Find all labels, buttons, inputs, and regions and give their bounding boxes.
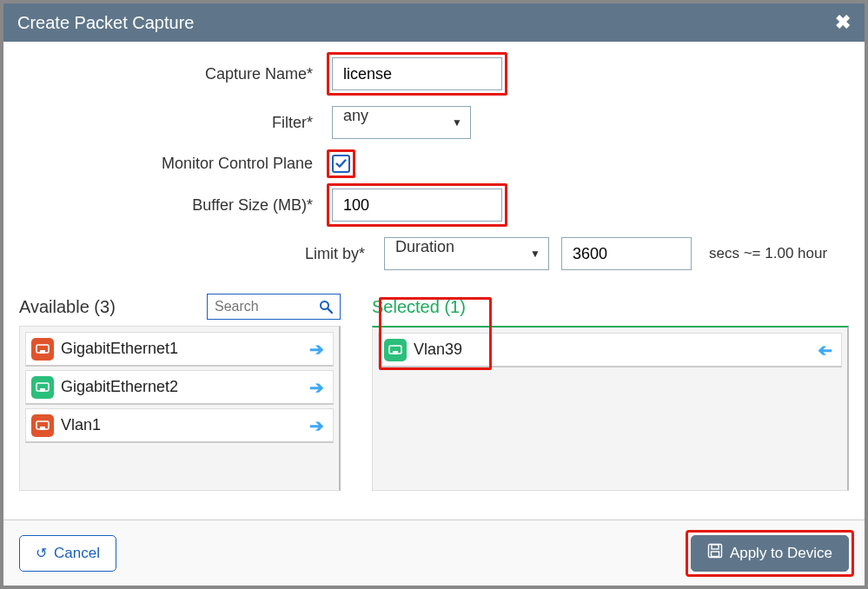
undo-icon: ↺ [36,545,47,561]
available-item[interactable]: Vlan1 ➔ [25,408,334,443]
filter-select[interactable]: any [332,106,471,139]
selected-title: Selected (1) [372,297,466,317]
available-item[interactable]: GigabitEthernet1 ➔ [25,332,334,367]
modal-body: Capture Name* Filter* any ▼ [3,42,865,520]
ethernet-port-icon [31,338,54,361]
row-filter: Filter* any ▼ [19,106,849,139]
limit-by-select[interactable]: Duration [384,237,549,270]
cancel-label: Cancel [54,545,100,562]
interface-name: GigabitEthernet2 [61,378,178,396]
row-monitor-control-plane: Monitor Control Plane [19,155,849,173]
interface-name: Vlan1 [61,416,101,434]
svg-line-1 [328,308,332,313]
modal-title: Create Packet Capture [17,13,194,33]
selected-item[interactable]: Vlan39 ➔ [378,333,842,367]
selected-column: Selected (1) Vlan39 ➔ [372,291,849,491]
label-limit-by: Limit by* [19,245,384,263]
label-buffer-size: Buffer Size (MB)* [19,196,332,215]
ethernet-port-icon [31,376,54,399]
limit-by-value-input[interactable] [561,237,692,270]
svg-rect-10 [708,545,721,558]
available-list: GigabitEthernet1 ➔ GigabitEthernet2 [19,326,341,491]
svg-rect-11 [712,545,719,549]
row-buffer-size: Buffer Size (MB)* [19,189,849,222]
svg-rect-3 [40,350,45,354]
save-icon [707,543,723,563]
ethernet-port-icon [384,339,407,361]
interface-name: Vlan39 [414,341,462,359]
svg-rect-12 [711,552,719,557]
search-icon[interactable] [312,300,340,314]
interface-dual-list: Available (3) [19,291,849,491]
interface-name: GigabitEthernet1 [61,340,178,358]
selected-list: Vlan39 ➔ [372,326,849,491]
label-filter: Filter* [19,114,332,132]
available-search[interactable] [207,294,341,320]
modal-footer: ↺ Cancel Apply to Device [3,520,865,586]
row-capture-name: Capture Name* [19,57,849,90]
label-monitor-control-plane: Monitor Control Plane [19,155,332,173]
close-icon[interactable]: ✖ [835,11,851,34]
move-left-icon[interactable]: ➔ [818,340,832,361]
search-input[interactable] [208,299,312,314]
available-column: Available (3) [19,291,341,491]
move-right-icon[interactable]: ➔ [309,415,324,436]
svg-rect-9 [393,351,398,354]
buffer-size-input[interactable] [332,189,502,222]
cancel-button[interactable]: ↺ Cancel [19,535,116,572]
move-right-icon[interactable]: ➔ [309,339,324,360]
apply-button[interactable]: Apply to Device [691,535,849,572]
limit-by-hint: secs ~= 1.00 hour [709,245,827,262]
ethernet-port-icon [31,414,54,437]
row-limit-by: Limit by* Duration ▼ secs ~= 1.00 hour [19,237,849,270]
apply-label: Apply to Device [730,545,832,562]
move-right-icon[interactable]: ➔ [309,377,324,398]
capture-name-input[interactable] [332,57,502,90]
svg-rect-7 [40,427,45,430]
available-item[interactable]: GigabitEthernet2 ➔ [25,370,334,405]
svg-rect-5 [40,388,45,392]
label-capture-name: Capture Name* [19,65,332,83]
modal-header: Create Packet Capture ✖ [3,3,865,42]
available-title: Available (3) [19,297,116,317]
monitor-control-plane-checkbox[interactable] [332,155,350,173]
